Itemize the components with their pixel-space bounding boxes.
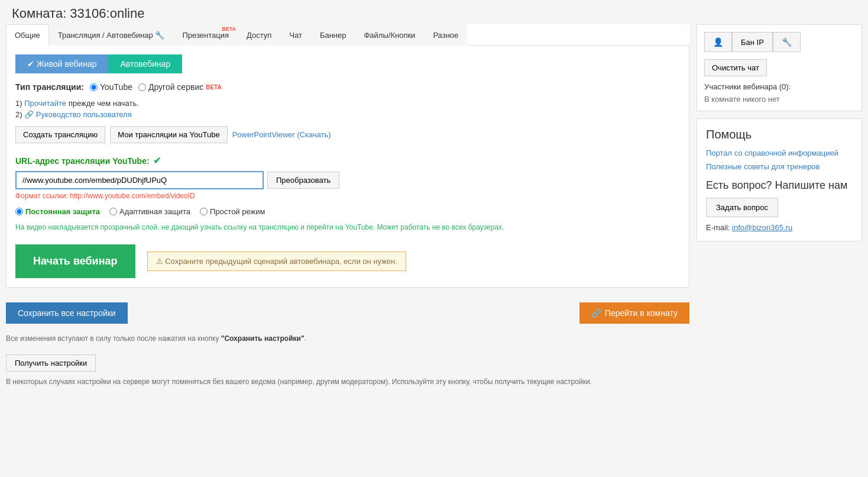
ban-ip-button[interactable]: Бан IP (732, 32, 773, 52)
other-radio-label[interactable]: Другой сервис BETA (138, 82, 222, 92)
user-icon-button[interactable]: 👤 (704, 32, 732, 52)
help-link-2[interactable]: Полезные советы для тренеров (706, 162, 853, 171)
tab-chat[interactable]: Чат (280, 24, 311, 46)
other-radio[interactable] (138, 83, 146, 91)
other-beta-badge: BETA (206, 84, 221, 91)
autowebinar-button[interactable]: Автовебинар (108, 54, 182, 73)
clear-chat-button[interactable]: Очистить чат (704, 59, 767, 76)
left-panel: Общие Трансляция / Автовебинар 🔧 Презент… (6, 24, 689, 387)
instruction-line1: 1) Прочитайте прежде чем начать. (15, 99, 680, 108)
tab-banner[interactable]: Баннер (311, 24, 355, 46)
url-input[interactable] (15, 171, 264, 189)
simple-radio[interactable] (200, 208, 208, 215)
right-top-panel: 👤 Бан IP 🔧 Очистить чат Участники вебина… (697, 24, 862, 111)
ask-title: Есть вопрос? Напишите нам (706, 179, 853, 192)
protection-row: Постоянная защита Адаптивная защита Прос… (15, 207, 680, 216)
live-webinar-button[interactable]: ✔ Живой вебинар (15, 54, 108, 73)
right-panel: 👤 Бан IP 🔧 Очистить чат Участники вебина… (697, 24, 862, 387)
nobody-text: В комнате никого нет (704, 95, 854, 104)
start-webinar-button[interactable]: Начать вебинар (15, 244, 135, 278)
convert-button[interactable]: Преобразовать (267, 172, 339, 189)
read-link[interactable]: Прочитайте (24, 99, 66, 108)
page-title: Комната: 33106:online (12, 6, 856, 21)
email-link[interactable]: info@bizon365.ru (732, 223, 792, 232)
url-input-row: Преобразовать (15, 171, 680, 189)
adaptive-protection-label[interactable]: Адаптивная защита (109, 207, 190, 216)
url-label: URL-адрес трансляции YouTube: ✔ (15, 155, 680, 166)
tab-general[interactable]: Общие (6, 24, 49, 46)
permanent-radio[interactable] (15, 208, 23, 215)
permanent-protection-label[interactable]: Постоянная защита (15, 207, 100, 216)
url-section: URL-адрес трансляции YouTube: ✔ Преобраз… (15, 155, 680, 200)
right-icon-buttons: 👤 Бан IP 🔧 (704, 32, 854, 52)
guide-link[interactable]: Руководство пользователя (36, 110, 132, 119)
goto-room-button[interactable]: 🔗 Перейти в комнату (579, 302, 689, 324)
broadcast-type-row: Тип трансляции: YouTube Другой сервис BE… (15, 82, 680, 92)
instructions: 1) Прочитайте прежде чем начать. 2) 🔗 Ру… (15, 99, 680, 119)
help-section: Помощь Портал со справочной информацией … (697, 118, 862, 241)
powerpoint-link[interactable]: PowerPointViewer (Скачать) (232, 130, 331, 139)
mode-buttons: ✔ Живой вебинар Автовебинар (15, 54, 680, 73)
help-title: Помощь (706, 128, 853, 141)
simple-mode-label[interactable]: Простой режим (200, 207, 265, 216)
bottom-bar: Сохранить все настройки 🔗 Перейти в комн… (6, 296, 689, 330)
save-note: Все изменения вступают в силу только пос… (6, 334, 689, 343)
green-note: На видео накладывается прозрачный слой, … (15, 222, 680, 233)
beta-badge: BETA (222, 26, 236, 32)
create-broadcast-button[interactable]: Создать трансляцию (15, 126, 105, 143)
help-link-1[interactable]: Портал со справочной информацией (706, 149, 853, 157)
email-row: E-mail: info@bizon365.ru (706, 223, 853, 232)
tab-access[interactable]: Доступ (238, 24, 280, 46)
start-row: Начать вебинар ⚠ Сохраните предыдущий сц… (15, 244, 680, 278)
participants-label: Участники вебинара (0): (704, 82, 854, 91)
youtube-radio[interactable] (90, 83, 98, 91)
adaptive-radio[interactable] (109, 208, 117, 215)
bottom-note: В некоторых случаях настройки на сервере… (6, 376, 689, 387)
save-settings-button[interactable]: Сохранить все настройки (6, 302, 128, 324)
warning-box: ⚠ Сохраните предыдущий сценарий автовеби… (147, 252, 406, 271)
tab-presentation[interactable]: Презентация BETA (173, 24, 238, 46)
get-settings-button[interactable]: Получить настройки (6, 354, 96, 372)
tab-misc[interactable]: Разное (424, 24, 467, 46)
youtube-radio-label[interactable]: YouTube (90, 82, 132, 92)
url-hint: Формат ссылки: http://www.youtube.com/em… (15, 192, 680, 200)
check-icon: ✔ (153, 155, 161, 166)
ask-question-button[interactable]: Задать вопрос (706, 198, 778, 217)
tabs-bar: Общие Трансляция / Автовебинар 🔧 Презент… (6, 24, 689, 46)
content-area: ✔ Живой вебинар Автовебинар Тип трансляц… (6, 46, 689, 288)
action-buttons-row: Создать трансляцию Мои трансляции на You… (15, 126, 680, 143)
tab-broadcast[interactable]: Трансляция / Автовебинар 🔧 (49, 24, 174, 46)
settings-icon-button[interactable]: 🔧 (773, 32, 801, 52)
my-broadcasts-button[interactable]: Мои трансляции на YouTube (110, 126, 228, 143)
tab-files[interactable]: Файлы/Кнопки (355, 24, 424, 46)
instruction-line2: 2) 🔗 Руководство пользователя (15, 110, 680, 119)
